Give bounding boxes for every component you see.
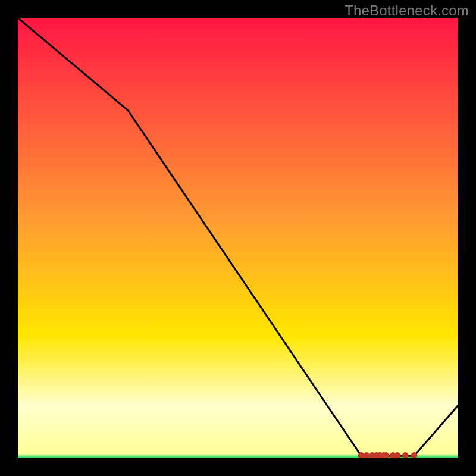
optimal-marker bbox=[402, 453, 408, 458]
chart-frame: TheBottleneck.com bbox=[0, 0, 476, 476]
optimal-marker bbox=[364, 453, 369, 458]
gradient-background bbox=[18, 18, 458, 458]
attribution-label: TheBottleneck.com bbox=[345, 2, 469, 19]
optimal-marker bbox=[383, 453, 389, 458]
optimal-marker bbox=[394, 453, 400, 458]
plot-area bbox=[18, 18, 458, 458]
plot-svg bbox=[18, 18, 458, 458]
optimal-marker bbox=[411, 453, 417, 458]
